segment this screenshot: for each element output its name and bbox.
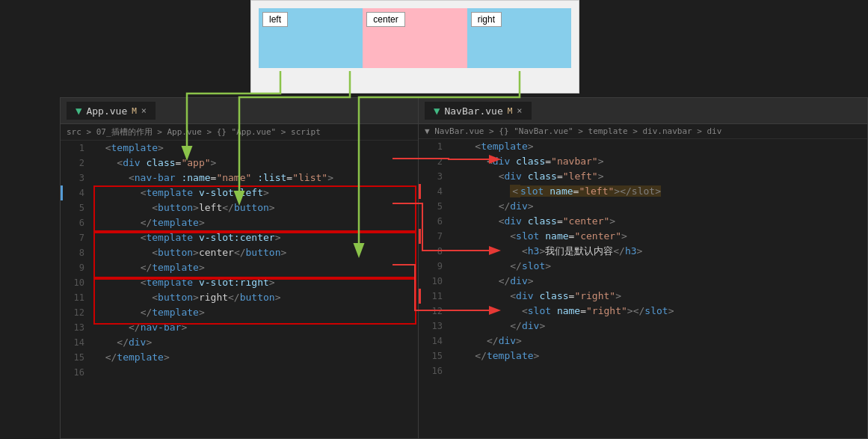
right-line-13: 13 </div> [419,319,867,334]
right-code-lines: 1 <template> 2 <div class="navbar"> 3 <d… [419,139,867,378]
left-line-2: 2 <div class="app"> [61,156,418,171]
left-line-3: 3 <nav-bar :name="name" :list="list"> [61,171,418,185]
left-line-4: 4 <template v-slot:left> [61,185,418,200]
editors-container: ▼ App.vue M × src > 07_插槽的作用 > App.vue >… [60,97,868,439]
preview-inner: left center right [259,8,571,68]
preview-center: center [363,8,467,68]
left-line-5: 5 <button>left</button> [61,200,418,215]
left-line-10: 10 <template v-slot:right> [61,275,418,290]
right-line-active-border-7 [419,229,421,244]
right-line-12: 12 <slot name="right"></slot> [419,304,867,319]
right-line-active-border-4 [419,184,421,199]
right-line-15: 15 </template> [419,349,867,363]
right-line-6: 6 <div class="center"> [419,214,867,229]
left-tab-active[interactable]: ▼ App.vue M × [67,102,156,120]
left-code-lines: 1 <template> 2 <div class="app"> 3 <nav-… [61,141,418,380]
preview-area: left center right [250,0,579,93]
right-code-area[interactable]: 1 <template> 2 <div class="navbar"> 3 <d… [419,139,867,438]
right-tab-bar: ▼ NavBar.vue M × [419,98,867,124]
left-line-12: 12 </template> [61,305,418,320]
right-line-5: 5 </div> [419,199,867,214]
left-code-container: 1 <template> 2 <div class="app"> 3 <nav-… [61,141,418,380]
right-tab-modified: M [508,106,513,116]
right-line-11: 11 <div class="right"> [419,289,867,304]
right-code-container: 1 <template> 2 <div class="navbar"> 3 <d… [419,139,867,378]
preview-left: left [259,8,363,68]
left-line-15: 15 </template> [61,350,418,365]
left-line-7: 7 <template v-slot:center> [61,230,418,245]
preview-center-button[interactable]: center [366,12,404,27]
left-tab-modified: M [132,106,137,116]
right-tab-close[interactable]: × [517,105,522,116]
left-line-9: 9 </template> [61,260,418,275]
right-breadcrumb: ▼ NavBar.vue > {} "NavBar.vue" > templat… [419,124,867,139]
right-line-1: 1 <template> [419,139,867,154]
editor-right: ▼ NavBar.vue M × ▼ NavBar.vue > {} "NavB… [419,97,868,439]
right-line-2: 2 <div class="navbar"> [419,154,867,169]
left-line-6: 6 </template> [61,215,418,230]
right-line-10: 10 </div> [419,274,867,289]
right-line-14: 14 </div> [419,334,867,349]
editor-left: ▼ App.vue M × src > 07_插槽的作用 > App.vue >… [60,97,419,439]
right-line-7: 7 <slot name="center"> [419,229,867,244]
right-line-16: 16 [419,363,867,378]
right-tab-label: NavBar.vue [444,105,502,117]
left-code-area[interactable]: 1 <template> 2 <div class="app"> 3 <nav-… [61,141,418,438]
preview-right-button[interactable]: right [471,12,502,27]
left-line-8: 8 <button>center</button> [61,245,418,260]
line-active-border-4 [61,185,63,200]
right-line-8: 8 <h3>我们是默认内容</h3> [419,244,867,259]
left-line-11: 11 <button>right</button> [61,290,418,305]
right-tab-active[interactable]: ▼ NavBar.vue M × [425,102,532,120]
left-breadcrumb: src > 07_插槽的作用 > App.vue > {} "App.vue" … [61,124,418,141]
left-breadcrumb-text: src > 07_插槽的作用 > App.vue > {} "App.vue" … [67,127,321,137]
left-line-16: 16 [61,365,418,380]
left-line-1: 1 <template> [61,141,418,156]
right-breadcrumb-text: NavBar.vue > {} "NavBar.vue" > template … [434,126,721,136]
left-line-14: 14 </div> [61,335,418,350]
preview-left-button[interactable]: left [262,12,288,27]
right-breadcrumb-icon: ▼ [425,126,434,136]
vue-icon-right: ▼ [434,105,440,117]
right-line-9: 9 </slot> [419,259,867,274]
left-line-13: 13 </nav-bar> [61,320,418,335]
right-line-active-border-11 [419,289,421,304]
vue-icon-left: ▼ [76,105,81,117]
left-tab-label: App.vue [86,105,127,117]
left-tab-bar: ▼ App.vue M × [61,98,418,124]
right-line-3: 3 <div class="left"> [419,169,867,184]
left-tab-close[interactable]: × [141,105,147,116]
preview-right: right [467,8,571,68]
right-line-4: 4 <slot name="left"></slot> [419,184,867,199]
